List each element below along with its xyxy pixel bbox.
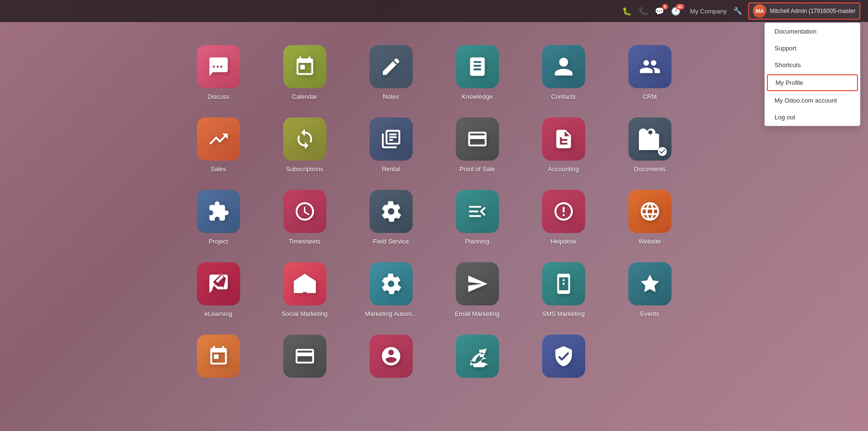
chat-icon[interactable]: 💬 5 <box>655 7 664 16</box>
company-name[interactable]: My Company <box>690 8 727 15</box>
app-website[interactable]: Website <box>607 181 693 254</box>
app-icon-rental <box>370 117 413 161</box>
app-label-smsmarketing: SMS Marketing <box>542 310 585 317</box>
app-label-website: Website <box>638 238 661 245</box>
app-icon-pos <box>456 117 499 161</box>
app-label-marketingauto: Marketing Autom... <box>365 310 417 317</box>
app-socialmarketing[interactable]: Social Marketing <box>262 254 348 326</box>
app-documents[interactable]: Documents <box>607 109 693 181</box>
app-label-emailmarketing: Email Marketing <box>455 310 499 317</box>
app-icon-website <box>628 190 671 233</box>
app-partial1[interactable] <box>175 326 262 391</box>
app-label-helpdesk: Helpdesk <box>550 238 576 245</box>
activity-icon[interactable]: 🕐 42 <box>671 7 681 16</box>
app-subscriptions[interactable]: Subscriptions <box>262 109 348 181</box>
app-label-rental: Rental <box>382 165 400 173</box>
app-label-calendar: Calendar <box>292 93 317 100</box>
app-planning[interactable]: Planning <box>434 181 521 254</box>
app-icon-discuss <box>197 45 240 88</box>
app-icon-partial1 <box>197 335 240 378</box>
app-smsmarketing[interactable]: SMS Marketing <box>521 254 607 326</box>
app-icon-partial2 <box>283 335 326 378</box>
topbar: 🐛 📞 💬 5 🕐 42 My Company 🔧 MA Mitchell Ad… <box>0 0 868 22</box>
dropdown-logout[interactable]: Log out <box>765 109 860 126</box>
app-label-events: Events <box>640 310 660 317</box>
app-icon-socialmarketing <box>283 262 326 305</box>
app-fieldservice[interactable]: Field Service <box>348 181 434 254</box>
dropdown-documentation[interactable]: Documentation <box>765 23 860 40</box>
app-rental[interactable]: Rental <box>348 109 434 181</box>
app-label-sales: Sales <box>210 165 226 173</box>
app-icon-elearning <box>197 262 240 305</box>
settings-icon[interactable]: 🔧 <box>733 7 742 15</box>
username-label: Mitchell Admin (17916005-master <box>770 8 856 14</box>
app-icon-events <box>628 262 671 305</box>
app-emailmarketing[interactable]: Email Marketing <box>434 254 521 326</box>
app-project[interactable]: Project <box>175 181 262 254</box>
app-accounting[interactable]: Accounting <box>521 109 607 181</box>
app-crm[interactable]: CRM <box>607 36 693 109</box>
app-label-subscriptions: Subscriptions <box>286 165 323 173</box>
app-elearning[interactable]: eLearning <box>175 254 262 326</box>
app-events[interactable]: Events <box>607 254 693 326</box>
phone-icon[interactable]: 📞 <box>638 7 648 16</box>
app-icon-planning <box>456 190 499 233</box>
dropdown-odoo-account[interactable]: My Odoo.com account <box>765 92 860 109</box>
app-icon-timesheets <box>283 190 326 233</box>
app-label-accounting: Accounting <box>548 165 579 173</box>
app-partial2[interactable] <box>262 326 348 391</box>
app-grid-container: Discuss Calendar Notes Knowledge Contact <box>0 22 868 406</box>
app-label-notes: Notes <box>383 93 399 100</box>
app-label-timesheets: Timesheets <box>289 238 321 245</box>
app-label-fieldservice: Field Service <box>373 238 409 245</box>
app-partial3[interactable] <box>348 326 434 391</box>
app-discuss[interactable]: Discuss <box>175 36 262 109</box>
app-partial4[interactable] <box>434 326 521 391</box>
app-sales[interactable]: Sales <box>175 109 262 181</box>
chat-badge: 5 <box>662 4 668 10</box>
app-label-knowledge: Knowledge <box>462 93 492 100</box>
app-icon-accounting <box>542 117 585 161</box>
app-partial5[interactable] <box>521 326 607 391</box>
app-icon-notes <box>370 45 413 88</box>
app-icon-smsmarketing <box>542 262 585 305</box>
app-contacts[interactable]: Contacts <box>521 36 607 109</box>
app-grid: Discuss Calendar Notes Knowledge Contact <box>147 22 722 406</box>
app-icon-subscriptions <box>283 117 326 161</box>
app-label-crm: CRM <box>643 93 657 100</box>
app-icon-knowledge <box>456 45 499 88</box>
user-menu-button[interactable]: MA Mitchell Admin (17916005-master <box>748 2 860 20</box>
user-menu-container: MA Mitchell Admin (17916005-master Docum… <box>748 2 860 20</box>
activity-badge: 42 <box>676 4 684 10</box>
user-dropdown: Documentation Support Shortcuts My Profi… <box>764 23 860 126</box>
app-label-pos: Point of Sale <box>460 165 495 173</box>
app-icon-crm <box>628 45 671 88</box>
app-icon-partial4 <box>456 335 499 378</box>
app-helpdesk[interactable]: Helpdesk <box>521 181 607 254</box>
app-calendar[interactable]: Calendar <box>262 36 348 109</box>
bug-icon[interactable]: 🐛 <box>622 7 632 16</box>
app-icon-documents <box>628 117 671 161</box>
app-knowledge[interactable]: Knowledge <box>434 36 521 109</box>
app-icon-sales <box>197 117 240 161</box>
app-label-elearning: eLearning <box>205 310 232 317</box>
app-icon-calendar <box>283 45 326 88</box>
app-marketingauto[interactable]: Marketing Autom... <box>348 254 434 326</box>
app-icon-contacts <box>542 45 585 88</box>
dropdown-my-profile[interactable]: My Profile <box>767 74 858 91</box>
dropdown-shortcuts[interactable]: Shortcuts <box>765 57 860 73</box>
app-notes[interactable]: Notes <box>348 36 434 109</box>
app-icon-marketingauto <box>370 262 413 305</box>
app-timesheets[interactable]: Timesheets <box>262 181 348 254</box>
topbar-icons: 🐛 📞 💬 5 🕐 42 My Company 🔧 <box>622 7 743 16</box>
app-pos[interactable]: Point of Sale <box>434 109 521 181</box>
app-icon-partial3 <box>370 335 413 378</box>
user-avatar: MA <box>753 4 766 18</box>
dropdown-support[interactable]: Support <box>765 40 860 57</box>
app-label-project: Project <box>208 238 228 245</box>
app-icon-partial5 <box>542 335 585 378</box>
app-icon-fieldservice <box>370 190 413 233</box>
app-icon-helpdesk <box>542 190 585 233</box>
app-icon-emailmarketing <box>456 262 499 305</box>
app-label-planning: Planning <box>465 238 489 245</box>
